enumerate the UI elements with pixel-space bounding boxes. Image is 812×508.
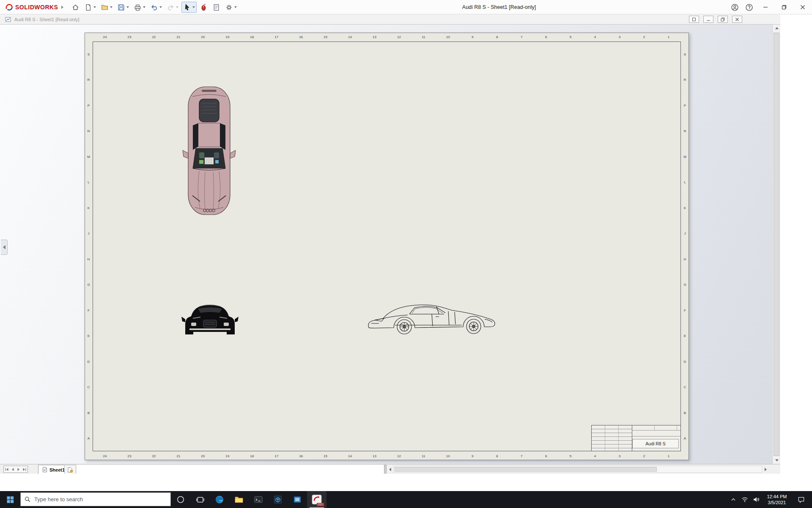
restore-icon (782, 5, 787, 10)
network-icon (741, 496, 748, 503)
file-explorer-button[interactable] (229, 491, 249, 508)
task-view-button[interactable] (190, 491, 210, 508)
title-block-revision-table (592, 425, 632, 451)
print-dropdown-arrow-icon[interactable] (143, 6, 145, 8)
options-dropdown-arrow-icon[interactable] (234, 6, 237, 8)
file-properties-button[interactable] (211, 2, 222, 13)
zone-number-label: 23 (117, 33, 142, 40)
document-title: Audi R8 S - Sheet1 [Read-only] (14, 14, 79, 25)
app-titlebar: SOLIDWORKS (0, 0, 812, 14)
cortana-button[interactable] (171, 491, 190, 508)
zone-letter-label: P (85, 93, 92, 119)
doc-maximize-button[interactable] (689, 16, 699, 23)
save-button[interactable] (115, 2, 131, 13)
redo-dropdown-arrow-icon[interactable] (176, 6, 178, 8)
zone-letter-label: L (85, 170, 92, 196)
maximize-button[interactable] (775, 0, 793, 14)
graphics-area[interactable]: 242322212019181716151413121110987654321 … (0, 25, 780, 464)
zone-number-label: 8 (485, 33, 509, 40)
next-sheet-button[interactable] (16, 466, 22, 472)
save-dropdown-arrow-icon[interactable] (126, 6, 129, 8)
zone-number-label: 20 (191, 33, 215, 40)
undo-button[interactable] (148, 2, 164, 13)
previous-sheet-icon (11, 467, 15, 472)
document-titlebar: Audi R8 S - Sheet1 [Read-only] (0, 14, 780, 25)
help-icon (745, 3, 753, 11)
first-sheet-button[interactable] (4, 466, 10, 472)
photos-button[interactable] (288, 491, 307, 508)
taskbar-search[interactable] (20, 492, 171, 506)
taskbar-spacer (326, 491, 727, 508)
start-button[interactable] (0, 491, 20, 508)
title-block-header-row (632, 425, 680, 431)
previous-sheet-button[interactable] (10, 466, 16, 472)
zone-number-label: 13 (362, 33, 387, 40)
select-tool-button[interactable] (181, 2, 197, 13)
brand-name: SOLIDWORKS (15, 4, 58, 11)
close-button[interactable] (793, 0, 812, 14)
scroll-down-button[interactable] (773, 457, 781, 464)
select-dropdown-arrow-icon[interactable] (192, 6, 195, 8)
drawing-view-side[interactable] (365, 300, 497, 340)
home-button[interactable] (70, 2, 81, 13)
taskbar-clock[interactable]: 12:44 PM 3/5/2021 (762, 494, 792, 505)
volume-icon (753, 496, 760, 503)
minimize-button[interactable] (756, 0, 775, 14)
open-dropdown-arrow-icon[interactable] (110, 6, 112, 8)
doc-minimize-button[interactable] (703, 16, 713, 23)
solidworks-taskbar-button[interactable]: 2021 (307, 491, 326, 508)
scroll-up-button[interactable] (773, 25, 781, 32)
action-center-button[interactable] (792, 496, 810, 503)
sheet-navigation (3, 466, 28, 473)
last-sheet-button[interactable] (22, 466, 27, 472)
solidworks-brand[interactable]: SOLIDWORKS (4, 0, 63, 14)
zone-letter-label: K (682, 195, 688, 221)
help-button[interactable] (742, 0, 756, 14)
open-button[interactable] (99, 2, 114, 13)
doc-restore-button[interactable] (718, 16, 728, 23)
new-dropdown-arrow-icon[interactable] (93, 6, 96, 8)
zone-number-label: 21 (166, 453, 191, 459)
network-button[interactable] (739, 491, 750, 508)
mouse-gestures-button[interactable] (198, 2, 209, 13)
next-sheet-icon (16, 467, 21, 472)
account-button[interactable] (727, 0, 742, 14)
last-sheet-icon (22, 467, 27, 472)
print-button[interactable] (132, 2, 147, 13)
drawing-view-top[interactable] (181, 85, 238, 217)
task-view-icon (196, 495, 205, 504)
zone-number-label: 19 (215, 453, 240, 459)
edge-button[interactable] (210, 491, 229, 508)
zone-letter-label: G (85, 272, 92, 298)
terminal-button[interactable] (249, 491, 268, 508)
options-button[interactable] (223, 2, 239, 13)
3d-viewer-button[interactable] (268, 491, 288, 508)
featuremanager-collapsed-tab[interactable] (1, 240, 8, 255)
drawing-document-icon (5, 17, 11, 22)
first-sheet-icon (5, 467, 9, 472)
horizontal-scrollbar[interactable] (393, 466, 762, 473)
zone-number-label: 9 (460, 453, 485, 459)
zone-number-label: 7 (509, 453, 534, 459)
scroll-right-button[interactable] (762, 466, 769, 473)
doc-close-button[interactable] (732, 16, 742, 23)
hidden-icons-button[interactable] (727, 491, 739, 508)
zone-number-label: 23 (117, 453, 142, 459)
zone-letter-label: E (682, 323, 688, 349)
undo-dropdown-arrow-icon[interactable] (159, 6, 162, 8)
add-sheet-button[interactable] (64, 465, 76, 474)
drawing-view-front[interactable] (181, 301, 239, 338)
clock-time: 12:44 PM (767, 494, 787, 500)
brand-expand-arrow-icon[interactable] (61, 6, 63, 9)
zone-number-label: 17 (264, 453, 289, 459)
vertical-scrollbar[interactable] (772, 25, 780, 464)
search-input[interactable] (34, 496, 167, 502)
volume-button[interactable] (750, 491, 762, 508)
scroll-left-button[interactable] (387, 466, 393, 473)
photos-icon (293, 495, 302, 504)
horizontal-scroll-thumb[interactable] (395, 467, 657, 472)
vertical-scroll-thumb[interactable] (774, 33, 779, 456)
new-document-button[interactable] (82, 2, 98, 13)
redo-button[interactable] (165, 2, 180, 13)
drawing-sheet[interactable]: 242322212019181716151413121110987654321 … (85, 33, 689, 460)
